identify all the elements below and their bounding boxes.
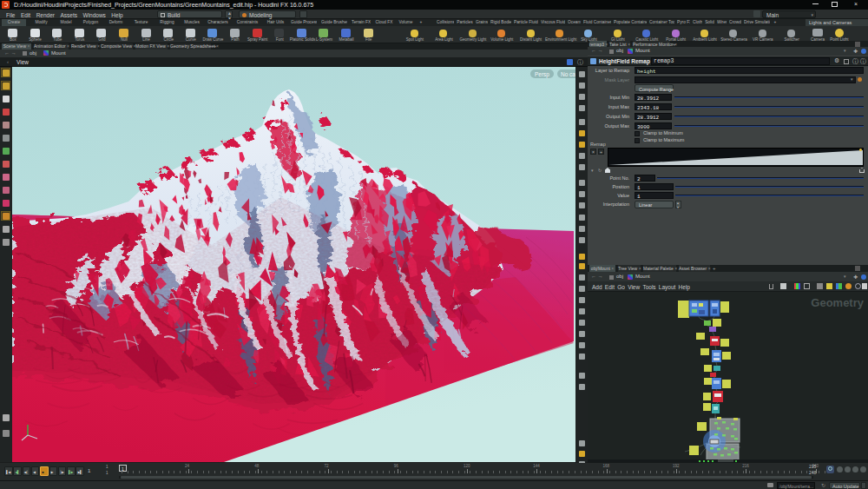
svg-text:No cam: No cam: [561, 71, 575, 77]
svg-text:Persp: Persp: [535, 71, 549, 78]
